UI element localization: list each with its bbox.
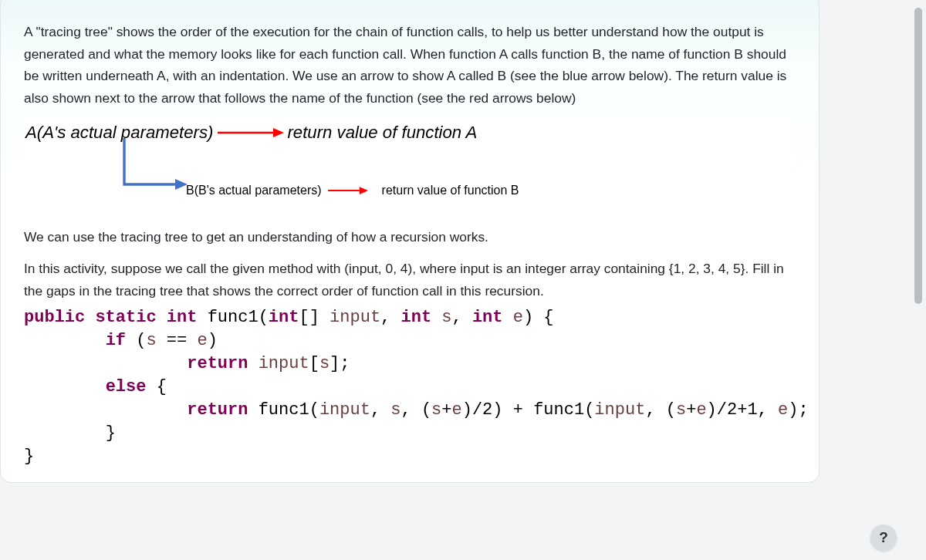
a-return-label: return value of function A: [287, 123, 477, 143]
code-var: s: [390, 400, 400, 420]
code-kw: int: [269, 308, 299, 327]
code-text: [24, 331, 106, 350]
code-text: [24, 400, 187, 420]
code-var: input: [330, 308, 380, 327]
code-kw: int: [472, 308, 503, 327]
help-button[interactable]: ?: [870, 525, 897, 551]
code-text: );: [788, 400, 808, 420]
code-var: e: [696, 400, 706, 420]
code-var: input: [259, 354, 309, 373]
code-text: }: [106, 423, 116, 443]
code-text: ): [208, 331, 218, 350]
intro-paragraph: A "tracing tree" shows the order of the …: [24, 21, 796, 109]
code-text: }: [24, 447, 34, 466]
code-var: s: [319, 354, 330, 373]
code-kw: return: [187, 354, 248, 373]
svg-marker-1: [273, 128, 284, 137]
code-kw: else: [106, 377, 147, 396]
tracing-tree-diagram: A(A's actual parameters) return value of…: [24, 116, 796, 214]
code-text: ];: [330, 354, 350, 373]
code-text: {: [146, 377, 166, 396]
code-text: (: [126, 331, 146, 350]
arrow-red-icon: [322, 183, 382, 198]
code-var: input: [594, 400, 645, 420]
code-var: e: [452, 400, 462, 420]
code-text: [503, 308, 513, 327]
activity-paragraph: In this activity, suppose we call the gi…: [24, 258, 796, 302]
content-card: A "tracing tree" shows the order of the …: [0, 0, 820, 483]
code-text: ==: [157, 331, 198, 350]
code-var: e: [778, 400, 788, 420]
code-text: +: [686, 400, 696, 420]
scroll-thumb[interactable]: [914, 8, 922, 304]
code-block: public static int func1(int[] input, int…: [24, 306, 796, 468]
help-icon: ?: [879, 529, 888, 546]
code-text: )/2+1,: [707, 400, 778, 420]
code-text: [24, 354, 187, 373]
code-text: [248, 354, 258, 373]
vertical-scrollbar[interactable]: [912, 0, 924, 560]
code-text: ,: [452, 308, 472, 327]
code-text: ,: [380, 308, 400, 327]
code-text: [431, 308, 441, 327]
code-kw: int: [401, 308, 432, 327]
code-text: )/2) + func1(: [462, 400, 595, 420]
code-text: [: [309, 354, 319, 373]
code-text: func1(: [197, 308, 268, 327]
svg-marker-4: [359, 187, 367, 195]
arrow-blue-icon: [117, 138, 194, 200]
code-var: s: [146, 331, 156, 350]
code-text: [24, 423, 106, 443]
arrow-red-icon: [213, 125, 287, 140]
code-text: ) {: [523, 308, 554, 327]
code-var: e: [197, 331, 207, 350]
code-text: , (: [645, 400, 676, 420]
code-text: [24, 377, 106, 396]
code-text: , (: [401, 400, 432, 420]
b-call-label: B(B's actual parameters): [186, 184, 322, 197]
code-text: +: [441, 400, 451, 420]
code-var: e: [513, 308, 523, 327]
code-kw: if: [106, 331, 126, 350]
diagram-row-b-wrap: B(B's actual parameters) return value of…: [25, 146, 794, 209]
b-return-label: return value of function B: [382, 184, 519, 197]
code-text: []: [299, 308, 330, 327]
code-var: s: [676, 400, 686, 420]
code-text: func1(: [248, 400, 319, 420]
code-kw: public static int: [24, 308, 197, 327]
diagram-row-b: B(B's actual parameters) return value of…: [186, 183, 519, 198]
code-kw: return: [187, 400, 248, 420]
page: A "tracing tree" shows the order of the …: [0, 0, 820, 554]
code-text: ,: [370, 400, 390, 420]
code-var: input: [319, 400, 370, 420]
code-var: s: [431, 400, 441, 420]
code-var: s: [441, 308, 451, 327]
mid-paragraph: We can use the tracing tree to get an un…: [24, 226, 796, 248]
